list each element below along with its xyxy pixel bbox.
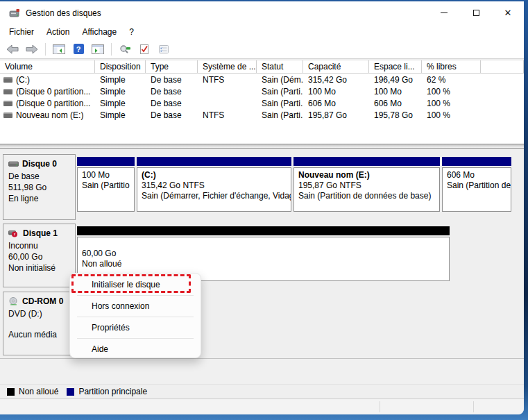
minimize-button[interactable] (428, 1, 460, 24)
menu-action[interactable]: Action (40, 26, 76, 38)
disk-drive-icon (8, 160, 19, 167)
annotation-highlight-rect (71, 274, 191, 293)
volume-icon (3, 101, 12, 106)
settings-list-icon[interactable] (155, 42, 172, 57)
status-bar (0, 399, 524, 414)
disk-unknown-icon (8, 230, 20, 237)
partition-disk0-e[interactable]: Nouveau nom (E:) 195,87 Go NTFS Sain (Pa… (293, 157, 440, 212)
table-row[interactable]: (C:) Simple De base NTFS Sain (Dém... 31… (0, 74, 524, 85)
partition-color-bar (137, 157, 291, 166)
cdrom-panel[interactable]: CD-ROM 0 DVD (D:) Aucun média (3, 292, 76, 355)
volume-icon (3, 112, 12, 118)
menu-item-offline[interactable]: Hors connexion (70, 297, 201, 315)
close-icon: ✕ (504, 8, 512, 17)
menu-bar: Fichier Action Affichage ? (0, 24, 524, 40)
col-libres[interactable]: % libres (422, 60, 481, 73)
legend-primary-swatch (67, 388, 74, 396)
menu-item-properties[interactable]: Propriétés (70, 319, 201, 337)
col-capacite[interactable]: Capacité (303, 60, 369, 73)
menu-fichier[interactable]: Fichier (3, 26, 40, 38)
desktop: { "window": { "title": "Gestion des disq… (0, 0, 528, 420)
volume-table-header: Volume Disposition Type Système de ... S… (0, 60, 524, 74)
check-document-icon[interactable] (136, 42, 153, 57)
menu-item-help[interactable]: Aide (70, 340, 201, 358)
col-filler (481, 60, 524, 73)
table-row[interactable]: Nouveau nom (E:) Simple De base NTFS Sai… (0, 109, 524, 121)
maximize-icon (473, 10, 479, 16)
window-title: Gestion des disques (26, 8, 101, 18)
title-bar: Gestion des disques ✕ (0, 1, 524, 24)
col-disposition[interactable]: Disposition (95, 60, 146, 73)
partition-color-bar (442, 157, 511, 166)
rescan-disks-icon[interactable] (117, 42, 133, 57)
partition-color-bar (77, 226, 450, 235)
partition-color-bar (293, 157, 440, 166)
console-tree-icon[interactable] (51, 42, 67, 57)
partition-disk0-c[interactable]: (C:) 315,42 Go NTFS Sain (Démarrer, Fich… (137, 157, 291, 212)
volume-icon (3, 77, 12, 83)
table-row[interactable]: (Disque 0 partition... Simple De base Sa… (0, 85, 524, 97)
menu-divider (77, 295, 194, 296)
menu-help[interactable]: ? (123, 26, 140, 38)
toolbar-separator (45, 43, 46, 56)
legend-unallocated-swatch (7, 388, 15, 396)
col-volume[interactable]: Volume (0, 60, 95, 73)
menu-affichage[interactable]: Affichage (76, 26, 123, 38)
statusbar-divider (473, 401, 474, 412)
disk0-panel[interactable]: Disque 0 De base 511,98 Go En ligne (3, 154, 76, 220)
legend-unallocated-label: Non alloué (19, 387, 58, 396)
close-button[interactable]: ✕ (492, 1, 524, 24)
maximize-button[interactable] (460, 1, 492, 24)
forward-icon[interactable] (24, 42, 40, 57)
partition-disk0-system[interactable]: 100 Mo Sain (Partitio (77, 157, 135, 212)
col-statut[interactable]: Statut (257, 60, 303, 73)
col-systeme[interactable]: Système de ... (198, 60, 257, 73)
help-icon[interactable]: ? (70, 42, 87, 57)
legend-bar: Non alloué Partition principale (0, 384, 524, 399)
menu-divider (77, 317, 194, 317)
table-row[interactable]: (Disque 0 partition... Simple De base Sa… (0, 97, 524, 109)
col-type[interactable]: Type (146, 60, 198, 73)
volume-icon (3, 89, 12, 94)
toolbar: ? (0, 40, 524, 59)
partition-color-bar (77, 157, 135, 166)
toolbar-separator (111, 43, 112, 56)
back-icon[interactable] (4, 42, 21, 57)
action-pane-icon[interactable] (90, 42, 106, 57)
legend-primary-label: Partition principale (78, 387, 147, 396)
menu-divider (77, 338, 194, 339)
app-disk-icon (9, 8, 20, 18)
disk1-panel[interactable]: Disque 1 Inconnu 60,00 Go Non initialisé (3, 224, 76, 287)
cdrom-icon (8, 297, 19, 305)
pane-splitter[interactable] (0, 144, 524, 149)
statusbar-divider (380, 401, 380, 412)
partition-disk0-recovery[interactable]: 606 Mo Sain (Partition de ré (442, 157, 511, 212)
volume-list-pane: Volume Disposition Type Système de ... S… (0, 60, 524, 144)
col-espace[interactable]: Espace li... (369, 60, 422, 73)
minimize-icon (441, 12, 448, 13)
